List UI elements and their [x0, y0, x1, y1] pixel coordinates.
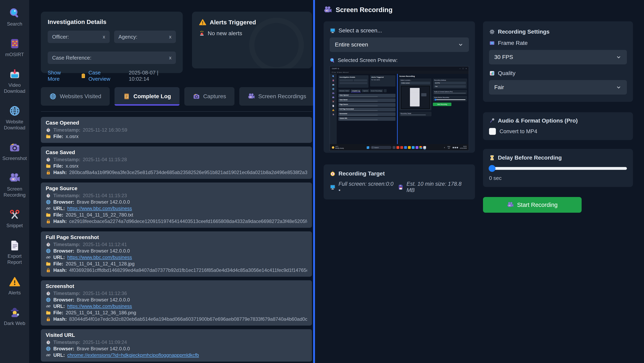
- log-row-value[interactable]: chrome://extensions/?id=hdkgjeckpmhcipof…: [67, 352, 199, 358]
- log-row-value[interactable]: https://www.bbc.com/business: [67, 206, 132, 211]
- tab-complete-log[interactable]: Complete Log: [114, 87, 180, 106]
- sidebar-item-icon: [9, 7, 20, 19]
- case-overview-link[interactable]: Case Overview: [80, 70, 120, 82]
- log-row: Timestamp: 2025-11-04 11:12:41: [46, 242, 307, 247]
- log-entry-rows: Timestamp: 2025-11-04 11:12:41 Browser: …: [46, 242, 307, 273]
- screen-select[interactable]: Entire screen: [330, 38, 469, 52]
- preview-nested-preview: [400, 85, 430, 110]
- delay-slider[interactable]: [489, 167, 627, 170]
- log-row-value[interactable]: https://www.bbc.com/business: [67, 254, 132, 260]
- field-clear-button[interactable]: x: [103, 34, 105, 40]
- log-row-label: URL:: [53, 352, 65, 358]
- log-row: Timestamp: 2025-11-04 11:12:36: [46, 290, 307, 296]
- log-entry-rows: Timestamp: 2025-11-04 11:09:24 Browser: …: [46, 340, 307, 358]
- log-row-icon: [46, 291, 51, 296]
- sidebar-item-mosirt[interactable]: mOSIRT: [0, 38, 29, 58]
- investigation-title: Investigation Details: [48, 18, 176, 25]
- log-row: Timestamp: 2025-11-12 16:30:59: [46, 127, 307, 133]
- tab-captures[interactable]: Captures: [184, 87, 235, 106]
- quality-label: Quality: [498, 70, 516, 76]
- sidebar-item-label: Video Download: [0, 82, 29, 94]
- log-entry: Visited URL Timestamp: 2025-11-04 11:09:…: [41, 329, 312, 362]
- log-entry-title: Page Source: [46, 185, 307, 192]
- sidebar-item-label: Screenshot: [2, 155, 27, 162]
- log-row-value[interactable]: https://www.bbc.com/business: [67, 304, 132, 309]
- log-row-label: URL:: [53, 254, 65, 260]
- field-clear-button[interactable]: x: [169, 55, 172, 60]
- recording-target-title: Recording Target: [338, 170, 385, 177]
- log-row-label: File:: [53, 212, 63, 218]
- investigation-field-agency[interactable]: Agency: x: [114, 30, 176, 43]
- show-more-link[interactable]: Show More: [48, 70, 72, 82]
- frame-rate-select[interactable]: 30 FPS: [489, 50, 627, 64]
- log-row-icon: [46, 346, 51, 351]
- delay-slider-thumb[interactable]: [489, 165, 496, 172]
- tab-icon: [123, 93, 130, 100]
- log-entry-rows: Timestamp: 2025-11-04 11:15:23 Browser: …: [46, 193, 307, 224]
- sidebar-item-dark-web[interactable]: Dark Web: [0, 307, 29, 326]
- log-row-icon: [46, 316, 51, 322]
- quality-select[interactable]: Fair: [489, 80, 627, 94]
- investigation-field-case-reference[interactable]: Case Reference: x: [48, 52, 176, 64]
- sidebar-item-icon: [9, 172, 20, 184]
- field-label: Agency:: [118, 34, 169, 40]
- log-row-value: x.osrx: [66, 163, 78, 169]
- log-row-value: Brave Browser 142.0.0.0: [77, 346, 130, 352]
- log-entry: Full Page Screenshot Timestamp: 2025-11-…: [41, 232, 312, 277]
- tab-icon: [49, 93, 56, 100]
- magnifier-icon: [330, 58, 335, 63]
- delay-before-recording-card: Delay Before Recording 0 sec: [483, 149, 633, 187]
- convert-to-mp4-checkbox[interactable]: [489, 128, 496, 135]
- clipboard-icon: [80, 73, 86, 79]
- log-row-value: 280bcaf8a4a1b9f909ea3fe3ce25e81d5734de68…: [69, 170, 307, 175]
- log-row: Hash: 83044d54f01e7edc3d2c820eb6ab514e6a…: [46, 316, 307, 322]
- floppy-disk-icon: [398, 184, 404, 190]
- sidebar-item-label: Export Report: [0, 253, 29, 265]
- recording-target-fullscreen: Full screen: screen:0:0 •: [338, 181, 395, 193]
- log-row: Hash: 4f03692861cfffdbd1468299ed4a9407da…: [46, 268, 307, 273]
- field-clear-button[interactable]: x: [169, 34, 172, 40]
- start-recording-button[interactable]: Start Recording: [483, 197, 582, 213]
- sidebar-item-snippet[interactable]: Snippet: [0, 209, 29, 228]
- log-entry-rows: Timestamp: 2025-11-04 11:15:28 File: x.o…: [46, 157, 307, 175]
- log-row-icon: [46, 268, 51, 273]
- sidebar-item-screenshot[interactable]: Screenshot: [0, 142, 29, 162]
- log-row-label: Hash:: [53, 316, 67, 322]
- sidebar-item-video-download[interactable]: Video Download: [0, 68, 29, 94]
- sidebar-item-icon: [9, 68, 20, 80]
- preview-tab: Complete Log: [351, 89, 361, 92]
- log-entry-rows: Timestamp: 2025-11-12 16:30:59 File: x.o…: [46, 127, 307, 139]
- screen-preview-image: OSIRT iii –□× File View About: [330, 66, 469, 151]
- log-row-label: File:: [53, 310, 63, 316]
- preview-tab: Screen Recordings: [370, 89, 383, 92]
- log-row: Hash: ce2918feecbace5a2274a7d96dece12091…: [46, 218, 307, 224]
- sidebar-item-website-download[interactable]: Website Download: [0, 105, 29, 131]
- frame-rate-value: 30 FPS: [494, 54, 616, 60]
- sidebar-item-alerts[interactable]: Alerts: [0, 276, 29, 296]
- tab-screen-recordings[interactable]: Screen Recordings: [239, 87, 314, 106]
- sidebar-item-screen-recording[interactable]: Screen Recording: [0, 172, 29, 198]
- panel-divider: [313, 0, 315, 363]
- sidebar-item-export-report[interactable]: Export Report: [0, 240, 29, 265]
- select-screen-label: Select a screen...: [338, 27, 382, 34]
- log-row-icon: [46, 340, 51, 345]
- sidebar-item-search[interactable]: Search: [0, 7, 29, 27]
- log-row-label: Timestamp:: [53, 127, 80, 133]
- log-row-icon: [46, 206, 51, 211]
- preview-tab: Captures: [362, 89, 369, 92]
- preview-taskbar-search: Search: [370, 146, 392, 149]
- warning-icon: [199, 18, 206, 26]
- sidebar-item-label: Search: [7, 21, 22, 27]
- preview-tray-icons: [452, 147, 458, 148]
- preview-sidebar-icon: [332, 75, 334, 78]
- movie-camera-icon: [507, 202, 514, 208]
- log-row-label: Hash:: [53, 218, 67, 224]
- tab-label: Screen Recordings: [258, 93, 306, 100]
- sidebar-item-label: Screen Recording: [0, 186, 29, 198]
- preview-log-entry: Case Saved: [338, 98, 396, 102]
- investigation-field-officer[interactable]: Officer: x: [48, 30, 110, 43]
- tab-websites-visited[interactable]: Websites Visited: [41, 87, 110, 106]
- log-entry: Case Saved Timestamp: 2025-11-04 11:15:2…: [41, 146, 312, 179]
- chevron-down-icon: [458, 42, 464, 48]
- tab-label: Captures: [203, 93, 226, 100]
